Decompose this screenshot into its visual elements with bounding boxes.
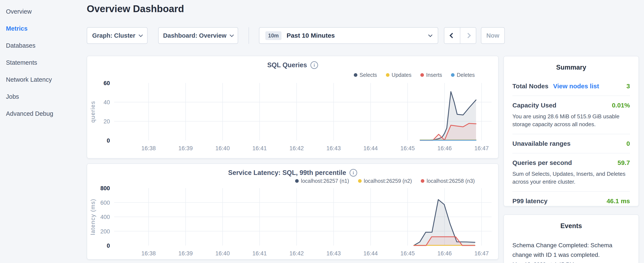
svg-text:16:46: 16:46 (437, 250, 452, 256)
svg-text:16:44: 16:44 (363, 145, 378, 151)
legend-label: localhost:26259 (n2) (364, 178, 412, 184)
svg-text:16:41: 16:41 (252, 145, 267, 151)
info-icon[interactable]: i (310, 61, 318, 69)
time-window-label: Past 10 Minutes (286, 32, 335, 39)
legend-dot-icon (295, 179, 299, 183)
summary-body: Total Nodes View nodes list 3 Capacity U… (504, 77, 638, 206)
summary-row-qps: Queries per second 59.7 (512, 153, 630, 172)
legend-dot-icon (354, 73, 358, 77)
sidebar-item-jobs[interactable]: Jobs (0, 88, 85, 105)
summary-row-capacity: Capacity Used 0.01% (512, 96, 630, 115)
qps-description: Sum of Selects, Updates, Inserts, and De… (512, 170, 630, 186)
legend-label: Updates (392, 72, 412, 78)
svg-text:600: 600 (100, 200, 110, 206)
chart-title: SQL Queries (267, 61, 307, 69)
svg-text:16:43: 16:43 (326, 145, 341, 151)
p99-latency-value: 46.1 ms (606, 197, 630, 205)
qps-value: 59.7 (618, 159, 630, 166)
legend-label: Deletes (457, 72, 475, 78)
legend-dot-icon (421, 179, 424, 183)
chevron-down-icon (428, 33, 432, 37)
legend-item-selects[interactable]: Selects (354, 72, 377, 78)
time-prev-button[interactable] (444, 28, 460, 43)
sidebar-item-overview[interactable]: Overview (0, 3, 85, 20)
sidebar-item-metrics[interactable]: Metrics (0, 20, 85, 37)
unavailable-ranges-label: Unavailable ranges (512, 140, 570, 147)
svg-text:16:41: 16:41 (252, 250, 267, 256)
dashboard-dropdown[interactable]: Dashboard: Overview (158, 27, 238, 44)
now-button[interactable]: Now (481, 27, 505, 44)
capacity-label: Capacity Used (512, 102, 556, 109)
sidebar-item-advanced-debug[interactable]: Advanced Debug (0, 105, 85, 122)
svg-text:16:47: 16:47 (474, 145, 489, 151)
time-next-button[interactable] (460, 28, 476, 43)
time-window-dropdown[interactable]: 10m Past 10 Minutes (259, 27, 438, 44)
svg-text:16:46: 16:46 (437, 145, 452, 151)
svg-text:200: 200 (100, 228, 110, 235)
summary-row-unavailable-ranges: Unavailable ranges 0 (512, 134, 630, 153)
chevron-down-icon (138, 33, 143, 37)
time-nav-group (444, 27, 476, 44)
svg-text:queries: queries (90, 101, 96, 123)
legend-dot-icon (451, 73, 454, 77)
capacity-value: 0.01% (612, 102, 630, 109)
svg-text:16:40: 16:40 (216, 250, 230, 256)
sql-queries-card: SQL Queries i SelectsUpdatesInsertsDelet… (87, 56, 498, 158)
total-nodes-label: Total Nodes (512, 83, 548, 90)
capacity-description: You are using 28.6 MiB of 515.9 GiB usab… (512, 113, 630, 128)
legend-dot-icon (386, 73, 390, 77)
sidebar-item-statements[interactable]: Statements (0, 54, 85, 71)
page-title: Overview Dashboard (87, 3, 184, 15)
unavailable-ranges-value: 0 (626, 140, 630, 147)
svg-text:800: 800 (100, 185, 110, 191)
legend-dot-icon (420, 73, 424, 77)
view-nodes-link[interactable]: View nodes list (553, 83, 599, 90)
svg-text:16:47: 16:47 (474, 250, 489, 256)
legend-item-deletes[interactable]: Deletes (451, 72, 475, 78)
svg-text:16:40: 16:40 (216, 145, 230, 151)
chart-canvas: 020406016:3816:3916:4016:4116:4216:4316:… (87, 56, 499, 159)
legend-item-localhost-26258-n3-[interactable]: localhost:26258 (n3) (421, 178, 475, 184)
svg-text:60: 60 (104, 80, 110, 86)
event-item[interactable]: Schema Change Completed: Schema change w… (504, 240, 638, 263)
legend-label: Inserts (426, 72, 442, 78)
events-panel: Events Schema Change Completed: Schema c… (504, 214, 639, 263)
events-title: Events (504, 215, 638, 235)
legend-item-localhost-26257-n1-[interactable]: localhost:26257 (n1) (295, 178, 349, 184)
svg-text:16:42: 16:42 (289, 250, 304, 256)
service-latency-card: Service Latency: SQL, 99th percentile i … (87, 163, 498, 259)
time-window-badge: 10m (265, 31, 282, 40)
svg-text:16:45: 16:45 (400, 145, 415, 151)
p99-latency-label: P99 latency (512, 197, 548, 205)
sidebar-item-network-latency[interactable]: Network Latency (0, 71, 85, 88)
service-latency-title-row: Service Latency: SQL, 99th percentile i (87, 169, 498, 177)
graph-dropdown[interactable]: Graph: Cluster (87, 27, 148, 44)
svg-text:20: 20 (104, 118, 110, 125)
service-latency-legend: localhost:26257 (n1)localhost:26259 (n2)… (295, 178, 475, 184)
svg-text:16:44: 16:44 (363, 250, 378, 256)
sql-queries-plot[interactable]: 020406016:3816:3916:4016:4116:4216:4316:… (87, 56, 498, 158)
summary-panel: Summary Total Nodes View nodes list 3 Ca… (504, 56, 639, 206)
svg-text:16:42: 16:42 (289, 145, 304, 151)
sidebar-nav: OverviewMetricsDatabasesStatementsNetwor… (0, 3, 85, 122)
legend-item-updates[interactable]: Updates (386, 72, 412, 78)
svg-text:400: 400 (100, 214, 110, 220)
legend-item-localhost-26259-n2-[interactable]: localhost:26259 (n2) (358, 178, 412, 184)
chevron-right-icon (466, 33, 471, 38)
chevron-left-icon (450, 33, 455, 38)
toolbar: Graph: Cluster Dashboard: Overview 10m P… (87, 27, 505, 44)
info-icon[interactable]: i (350, 169, 357, 177)
svg-text:0: 0 (107, 137, 110, 144)
sql-queries-legend: SelectsUpdatesInsertsDeletes (354, 72, 475, 78)
legend-item-inserts[interactable]: Inserts (420, 72, 442, 78)
svg-text:16:39: 16:39 (178, 250, 193, 256)
svg-text:latency (ms): latency (ms) (90, 198, 96, 235)
event-timestamp: May 13, 2020 at 4:45 PM (512, 261, 630, 263)
legend-dot-icon (358, 179, 362, 183)
sidebar-item-databases[interactable]: Databases (0, 37, 85, 54)
legend-label: localhost:26257 (n1) (301, 178, 349, 184)
svg-text:16:45: 16:45 (400, 250, 415, 256)
graph-dropdown-label: Graph: Cluster (92, 32, 135, 39)
svg-text:16:38: 16:38 (142, 145, 156, 151)
toolbar-divider (248, 27, 249, 44)
